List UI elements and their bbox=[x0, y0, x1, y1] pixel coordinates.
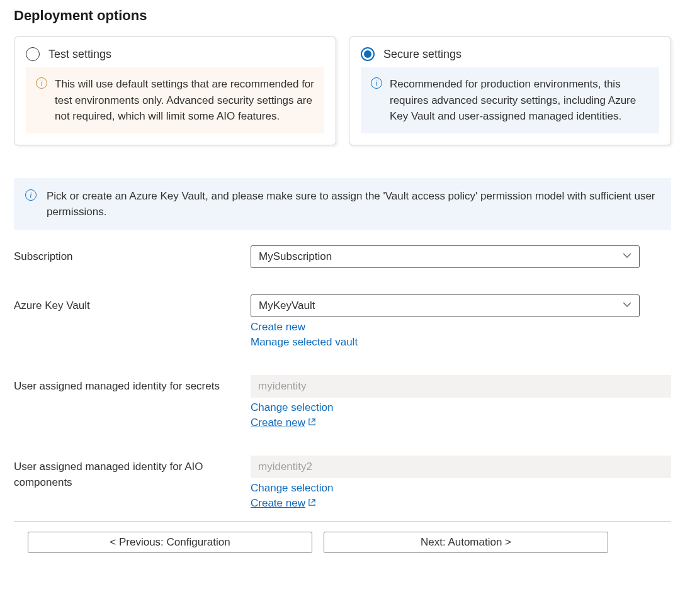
info-icon: i bbox=[25, 189, 37, 201]
keyvault-notice: i Pick or create an Azure Key Vault, and… bbox=[14, 178, 671, 230]
select-keyvault[interactable]: MyKeyVault bbox=[251, 294, 640, 317]
field-identity-secrets: myidentity bbox=[251, 375, 671, 398]
row-subscription: Subscription MySubscription bbox=[14, 245, 671, 268]
link-identity-aio-change[interactable]: Change selection bbox=[251, 482, 333, 495]
option-title-test: Test settings bbox=[48, 48, 111, 61]
label-keyvault: Azure Key Vault bbox=[14, 294, 251, 314]
option-description-secure: Recommended for production environments,… bbox=[390, 76, 649, 125]
radio-secure[interactable] bbox=[361, 47, 375, 61]
info-panel-test: i This will use default settings that ar… bbox=[26, 67, 324, 133]
option-description-test: This will use default settings that are … bbox=[55, 76, 314, 125]
link-keyvault-create[interactable]: Create new bbox=[251, 321, 305, 333]
form-area: Subscription MySubscription Azure Key Va… bbox=[14, 245, 671, 510]
info-icon: i bbox=[36, 77, 47, 89]
option-card-secure[interactable]: Secure settings i Recommended for produc… bbox=[349, 36, 671, 145]
option-card-test[interactable]: Test settings i This will use default se… bbox=[14, 36, 336, 145]
info-panel-secure: i Recommended for production environment… bbox=[361, 67, 659, 133]
external-link-icon bbox=[308, 418, 316, 428]
select-keyvault-value: MyKeyVault bbox=[259, 300, 315, 312]
deployment-options-row: Test settings i This will use default se… bbox=[14, 36, 671, 145]
label-subscription: Subscription bbox=[14, 245, 251, 265]
select-subscription-value: MySubscription bbox=[259, 250, 332, 263]
row-identity-secrets: User assigned managed identity for secre… bbox=[14, 375, 671, 429]
nav-buttons: < Previous: Configuration Next: Automati… bbox=[14, 532, 671, 553]
option-header-test: Test settings bbox=[26, 47, 324, 61]
link-identity-aio-create[interactable]: Create new bbox=[251, 497, 316, 510]
field-identity-secrets-value: myidentity bbox=[258, 380, 307, 393]
link-identity-secrets-create-text: Create new bbox=[251, 417, 305, 429]
option-title-secure: Secure settings bbox=[383, 48, 461, 61]
field-identity-aio: myidentity2 bbox=[251, 456, 671, 478]
divider bbox=[14, 521, 671, 522]
radio-test[interactable] bbox=[26, 47, 40, 61]
field-identity-aio-value: myidentity2 bbox=[258, 461, 312, 473]
info-icon: i bbox=[371, 77, 382, 89]
keyvault-notice-text: Pick or create an Azure Key Vault, and p… bbox=[47, 188, 660, 220]
option-header-secure: Secure settings bbox=[361, 47, 659, 61]
chevron-down-icon bbox=[623, 251, 631, 262]
label-identity-secrets: User assigned managed identity for secre… bbox=[14, 375, 251, 395]
row-keyvault: Azure Key Vault MyKeyVault Create new Ma… bbox=[14, 294, 671, 349]
next-button[interactable]: Next: Automation > bbox=[324, 532, 608, 553]
link-keyvault-manage[interactable]: Manage selected vault bbox=[251, 336, 358, 349]
external-link-icon bbox=[308, 498, 316, 508]
chevron-down-icon bbox=[623, 300, 631, 311]
section-title: Deployment options bbox=[14, 8, 671, 24]
label-identity-aio: User assigned managed identity for AIO c… bbox=[14, 456, 251, 491]
previous-button[interactable]: < Previous: Configuration bbox=[28, 532, 312, 553]
link-identity-aio-create-text: Create new bbox=[251, 497, 305, 510]
link-identity-secrets-create[interactable]: Create new bbox=[251, 417, 316, 429]
select-subscription[interactable]: MySubscription bbox=[251, 245, 640, 268]
link-identity-secrets-change[interactable]: Change selection bbox=[251, 401, 333, 414]
row-identity-aio: User assigned managed identity for AIO c… bbox=[14, 456, 671, 510]
